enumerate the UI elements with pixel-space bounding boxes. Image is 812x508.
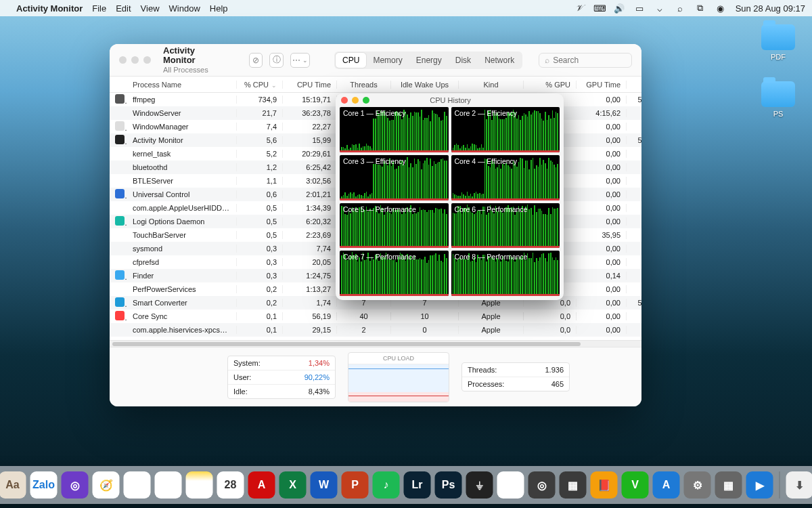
status-siri-icon[interactable]: ◉ <box>715 3 726 14</box>
process-icon <box>115 94 125 104</box>
more-options-button[interactable]: ⋯⌄ <box>290 53 310 68</box>
menu-window[interactable]: Window <box>169 3 200 14</box>
process-name: com.apple.hiservices-xpcse… <box>127 326 237 334</box>
dock-app-lightroom[interactable]: Lr <box>404 471 431 499</box>
dock-app-photoshop[interactable]: Ps <box>435 471 462 499</box>
col-cpu[interactable]: % CPU⌄ <box>237 81 283 89</box>
tab-network[interactable]: Network <box>478 53 521 68</box>
status-v-icon[interactable]: 𝒱 <box>573 3 584 14</box>
table-row[interactable]: Core Sync0,156,194010Apple0,00,00703 <box>110 310 641 323</box>
search-icon: ⌕ <box>545 56 549 65</box>
process-name: PerfPowerServices <box>127 285 237 293</box>
core-graph: Core 7 — Performance <box>340 251 449 296</box>
tab-disk[interactable]: Disk <box>449 53 478 68</box>
desktop-folder[interactable]: PS <box>759 81 797 118</box>
status-controlcenter-icon[interactable]: ⧉ <box>695 3 706 14</box>
scrollbar-thumb[interactable] <box>112 342 581 346</box>
zoom-button[interactable] <box>143 56 151 64</box>
menubar-clock[interactable]: Sun 28 Aug 09:17 <box>736 3 805 14</box>
col-kind[interactable]: Kind <box>459 81 524 89</box>
col-cpu-time[interactable]: CPU Time <box>283 81 337 89</box>
dock-app-downloads[interactable]: ⬇ <box>786 471 813 499</box>
col-threads[interactable]: Threads <box>337 81 391 89</box>
tab-energy[interactable]: Energy <box>409 53 449 68</box>
dock-app-spotify[interactable]: ♪ <box>373 471 400 499</box>
process-name: com.apple.AppleUserHIDDri… <box>127 204 237 212</box>
process-icon <box>115 135 125 144</box>
core-graph: Core 8 — Performance <box>451 251 560 296</box>
dock-app-notes[interactable] <box>186 471 213 499</box>
dock-app-calculator[interactable]: ▦ <box>560 471 587 499</box>
menu-file[interactable]: File <box>92 3 106 14</box>
process-name: TouchBarServer <box>127 231 237 239</box>
dock-app-calendar[interactable]: 28 <box>217 471 244 499</box>
close-button[interactable] <box>341 97 348 104</box>
process-icon <box>115 311 125 320</box>
process-icon <box>115 216 125 226</box>
tab-cpu[interactable]: CPU <box>336 53 366 68</box>
dock-app-books[interactable]: 📕 <box>591 471 618 499</box>
col-process-name[interactable]: Process Name <box>127 81 237 89</box>
dock-app-messenger[interactable]: ✉ <box>155 471 182 499</box>
column-headers: Process Name % CPU⌄ CPU Time Threads Idl… <box>110 77 641 93</box>
dock-app-creativecloud[interactable]: ◎ <box>528 471 556 499</box>
dock-app-zalo[interactable]: Zalo <box>30 471 58 499</box>
dock-app-preview[interactable]: 🖼 <box>497 471 524 499</box>
status-volume-icon[interactable]: 🔊 <box>614 3 625 14</box>
col-gpu-time[interactable]: GPU Time <box>577 81 627 89</box>
info-button[interactable]: ⓘ <box>269 53 284 68</box>
process-name: Finder <box>127 272 237 280</box>
col-idle-wakeups[interactable]: Idle Wake Ups <box>391 81 459 89</box>
col-pid[interactable]: PID <box>627 81 641 89</box>
minimize-button[interactable] <box>131 56 139 64</box>
dock-app-excel[interactable]: X <box>279 471 307 499</box>
minimize-button[interactable] <box>352 97 359 104</box>
dock-app-settings[interactable]: ⚙ <box>684 471 711 499</box>
dock-app-fontbook[interactable]: Aa <box>0 471 26 499</box>
dock-app-launchpad[interactable]: ▦ <box>715 471 742 499</box>
process-name: WindowServer <box>127 109 237 117</box>
cpu-history-window[interactable]: CPU History Core 1 — EfficiencyCore 2 — … <box>336 93 564 300</box>
dock-app-word[interactable]: W <box>311 471 338 499</box>
tab-memory[interactable]: Memory <box>366 53 409 68</box>
table-row[interactable]: com.apple.hiservices-xpcse…0,129,1520App… <box>110 323 641 337</box>
process-name: ffmpeg <box>127 96 237 104</box>
dock-app-acrobat[interactable]: A <box>248 471 275 499</box>
zoom-button[interactable] <box>363 97 369 104</box>
dock-app-activitymonitor[interactable]: ⏚ <box>466 471 493 499</box>
desktop-folder[interactable]: PDF <box>759 24 797 61</box>
close-button[interactable] <box>119 56 127 64</box>
folder-label: PDF <box>759 53 797 61</box>
search-field[interactable]: ⌕ <box>539 53 632 68</box>
dock-app-quicktime[interactable]: ▶ <box>746 471 773 499</box>
col-gpu[interactable]: % GPU <box>524 81 577 89</box>
cpu-load-chart: CPU LOAD <box>348 352 449 402</box>
status-spotlight-icon[interactable]: ⌕ <box>675 3 685 14</box>
horizontal-scrollbar[interactable] <box>110 340 641 347</box>
menu-edit[interactable]: Edit <box>116 3 131 14</box>
stop-process-button[interactable]: ⊘ <box>249 53 263 68</box>
menu-help[interactable]: Help <box>210 3 228 14</box>
dock-app-chrome[interactable]: ◉ <box>124 471 151 499</box>
titlebar: Activity Monitor All Processes ⊘ ⓘ ⋯⌄ CP… <box>110 44 641 77</box>
core-graph: Core 4 — Efficiency <box>451 155 560 200</box>
process-name: Smart Converter <box>127 299 237 307</box>
dock-app-safari[interactable]: 🧭 <box>93 471 120 499</box>
dock-app-powerpoint[interactable]: P <box>342 471 369 499</box>
dock-app-viberalt[interactable]: ◎ <box>62 471 89 499</box>
folder-icon <box>761 24 795 50</box>
dock-app-appstore[interactable]: A <box>653 471 680 499</box>
search-input[interactable] <box>553 56 626 65</box>
process-icon <box>115 297 125 307</box>
status-battery-icon[interactable]: ▭ <box>634 3 645 14</box>
process-name: kernel_task <box>127 150 237 158</box>
footer-stats: System:1,34% User:90,22% Idle:8,43% CPU … <box>110 347 641 406</box>
status-keyboard-icon[interactable]: ⌨ <box>593 3 604 14</box>
status-wifi-icon[interactable]: ⌵ <box>654 3 665 14</box>
cpu-summary-box: System:1,34% User:90,22% Idle:8,43% <box>227 356 336 399</box>
process-icon <box>115 121 125 131</box>
dock-app-vapp[interactable]: V <box>622 471 649 499</box>
process-name: Universal Control <box>127 190 237 198</box>
menu-view[interactable]: View <box>141 3 160 14</box>
app-menu[interactable]: Activity Monitor <box>16 3 83 14</box>
